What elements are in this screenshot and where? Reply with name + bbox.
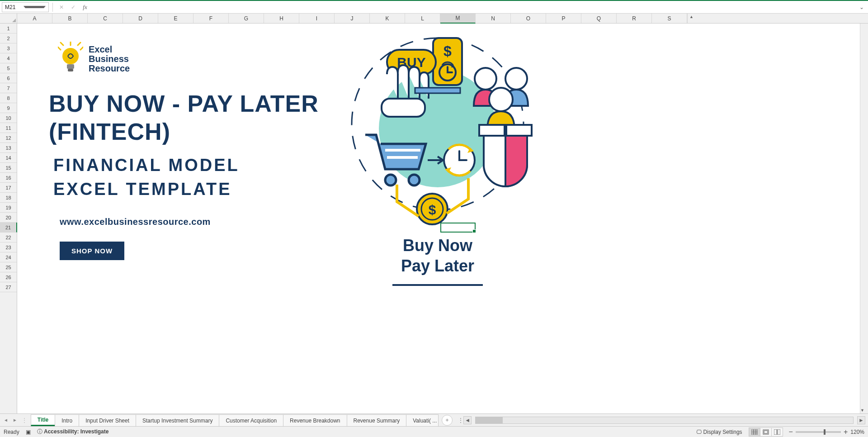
zoom-value[interactable]: 120% — [850, 429, 864, 435]
accessibility-icon: ⓘ — [37, 428, 42, 435]
fx-icon[interactable]: fx — [80, 2, 90, 12]
column-header-Q[interactable]: Q — [581, 14, 617, 23]
horizontal-scrollbar[interactable] — [475, 417, 854, 424]
column-header-I[interactable]: I — [299, 14, 335, 23]
row-header-10[interactable]: 10 — [0, 113, 17, 123]
logo-text-1: Excel — [89, 45, 130, 54]
page-break-icon — [774, 429, 780, 435]
column-header-H[interactable]: H — [264, 14, 299, 23]
cancel-icon[interactable]: ✕ — [57, 2, 66, 12]
row-header-6[interactable]: 6 — [0, 73, 17, 83]
column-header-D[interactable]: D — [123, 14, 158, 23]
column-header-L[interactable]: L — [405, 14, 440, 23]
sheet-tab-intro[interactable]: Intro — [55, 414, 79, 426]
expand-formula-bar-icon[interactable]: ⌄ — [857, 4, 866, 10]
row-header-12[interactable]: 12 — [0, 133, 17, 143]
page-layout-icon — [763, 429, 769, 435]
hscroll-thumb[interactable] — [476, 417, 503, 423]
column-header-N[interactable]: N — [476, 14, 511, 23]
page-break-view-button[interactable] — [771, 428, 783, 437]
column-header-R[interactable]: R — [617, 14, 652, 23]
column-header-K[interactable]: K — [370, 14, 405, 23]
svg-rect-16 — [506, 125, 532, 136]
row-header-23[interactable]: 23 — [0, 242, 17, 252]
column-header-E[interactable]: E — [158, 14, 193, 23]
sheet-tab-input-driver-sheet[interactable]: Input Driver Sheet — [79, 414, 136, 426]
zoom-in-button[interactable]: + — [844, 428, 848, 436]
row-header-27[interactable]: 27 — [0, 282, 17, 292]
column-header-A[interactable]: A — [17, 14, 52, 23]
row-header-25[interactable]: 25 — [0, 262, 17, 272]
row-header-8[interactable]: 8 — [0, 93, 17, 103]
column-header-C[interactable]: C — [88, 14, 123, 23]
column-header-O[interactable]: O — [511, 14, 546, 23]
row-header-13[interactable]: 13 — [0, 143, 17, 153]
macro-record-icon[interactable]: ▣ — [26, 429, 31, 435]
sheet-tab-startup-investment-summary[interactable]: Startup Investment Summary — [136, 414, 219, 426]
cells-area[interactable]: Excel Business Resource BUY NOW - PAY LA… — [17, 24, 860, 413]
row-header-1[interactable]: 1 — [0, 24, 17, 33]
row-header-5[interactable]: 5 — [0, 63, 17, 73]
row-header-22[interactable]: 22 — [0, 233, 17, 242]
display-settings-button[interactable]: 🖵 Display Settings — [696, 429, 742, 435]
column-header-M[interactable]: M — [440, 14, 476, 24]
vertical-scrollbar[interactable]: ▲ — [687, 14, 695, 23]
formula-input[interactable] — [92, 2, 855, 12]
tab-scroll-left-icon[interactable]: ◄ — [4, 418, 8, 423]
row-header-17[interactable]: 17 — [0, 183, 17, 193]
row-header-16[interactable]: 16 — [0, 173, 17, 183]
logo-text-2: Business — [89, 54, 130, 64]
accessibility-status[interactable]: ⓘ Accessibility: Investigate — [37, 428, 109, 436]
shop-now-button[interactable]: SHOP NOW — [60, 242, 124, 260]
select-all-corner[interactable] — [0, 14, 17, 23]
sheet-tab-revenue-breakdown[interactable]: Revenue Breakdown — [283, 414, 347, 426]
sheet-tab-customer-acquisition[interactable]: Customer Acquisition — [219, 414, 283, 426]
page-layout-view-button[interactable] — [760, 428, 772, 437]
sheet-tab-revenue-summary[interactable]: Revenue Summary — [347, 414, 407, 426]
row-header-4[interactable]: 4 — [0, 53, 17, 63]
excel-window: M21 ✕ ✓ fx ⌄ ABCDEFGHIJKLMNOPQRS ▲ 12345… — [0, 0, 868, 437]
new-sheet-button[interactable]: ＋ — [442, 415, 453, 426]
scroll-up-icon[interactable]: ▲ — [689, 14, 693, 19]
column-header-S[interactable]: S — [652, 14, 687, 23]
sheet-tab-valuati-[interactable]: Valuati( ... — [406, 414, 439, 426]
tab-scroll-right-icon[interactable]: ► — [13, 418, 17, 423]
zoom-slider[interactable] — [796, 431, 841, 433]
vertical-scrollbar-body[interactable]: ▼ — [860, 24, 868, 413]
column-header-J[interactable]: J — [335, 14, 370, 23]
row-header-15[interactable]: 15 — [0, 163, 17, 173]
hscroll-right-icon[interactable]: ► — [857, 416, 865, 424]
name-box[interactable]: M21 — [2, 2, 49, 12]
row-header-19[interactable]: 19 — [0, 203, 17, 213]
hscroll-left-icon[interactable]: ◄ — [463, 416, 472, 424]
row-header-2[interactable]: 2 — [0, 33, 17, 43]
row-header-7[interactable]: 7 — [0, 83, 17, 93]
status-bar: Ready ▣ ⓘ Accessibility: Investigate 🖵 D… — [0, 426, 868, 437]
tab-strip-more-icon[interactable]: ⋮ — [458, 417, 463, 423]
zoom-out-button[interactable]: − — [789, 428, 793, 436]
row-header-20[interactable]: 20 — [0, 213, 17, 223]
separator — [52, 3, 53, 12]
row-header-26[interactable]: 26 — [0, 272, 17, 282]
row-header-3[interactable]: 3 — [0, 43, 17, 53]
normal-view-button[interactable] — [749, 428, 760, 437]
column-header-P[interactable]: P — [546, 14, 581, 23]
sheet-tab-title[interactable]: Title — [31, 414, 55, 426]
tab-nav: ◄ ► ⋮ — [0, 414, 31, 426]
name-box-dropdown-icon[interactable] — [24, 6, 46, 8]
row-header-9[interactable]: 9 — [0, 103, 17, 113]
column-header-F[interactable]: F — [193, 14, 229, 23]
scroll-down-icon[interactable]: ▼ — [860, 408, 864, 413]
column-header-G[interactable]: G — [229, 14, 264, 23]
enter-icon[interactable]: ✓ — [68, 2, 78, 12]
row-header-24[interactable]: 24 — [0, 252, 17, 262]
formula-bar: M21 ✕ ✓ fx ⌄ — [0, 1, 868, 14]
row-header-14[interactable]: 14 — [0, 153, 17, 163]
row-header-11[interactable]: 11 — [0, 123, 17, 133]
tab-nav-more-icon[interactable]: ⋮ — [22, 417, 27, 423]
sheet-tabs: TitleIntroInput Driver SheetStartup Inve… — [31, 414, 438, 426]
column-header-B[interactable]: B — [52, 14, 88, 23]
row-header-21[interactable]: 21 — [0, 223, 17, 233]
row-header-18[interactable]: 18 — [0, 193, 17, 203]
svg-point-19 — [385, 175, 396, 185]
